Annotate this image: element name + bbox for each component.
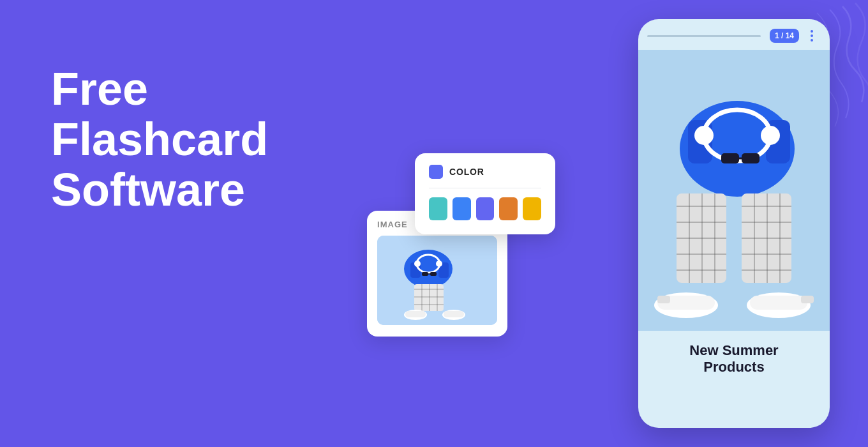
svg-point-26 (694, 126, 714, 145)
product-title-line2: Products (703, 359, 764, 375)
svg-point-5 (414, 261, 421, 267)
svg-rect-54 (801, 296, 814, 303)
svg-rect-20 (444, 311, 464, 317)
phone-menu-button[interactable] (803, 27, 821, 45)
svg-rect-8 (430, 272, 437, 276)
phone-topbar: 1 / 14 (638, 19, 830, 50)
color-picker-card: COLOR (415, 153, 555, 234)
swatch-yellow[interactable] (523, 197, 541, 220)
color-swatches (429, 197, 541, 220)
color-divider (429, 188, 541, 188)
hero-title-line1: Free Flashcard (51, 63, 268, 165)
svg-rect-19 (405, 311, 426, 317)
svg-rect-51 (657, 296, 670, 303)
menu-dot-3 (811, 39, 813, 42)
swatch-teal[interactable] (429, 197, 447, 220)
main-background: Free Flashcard Software COLOR IMAGE (0, 0, 868, 447)
color-card-header: COLOR (429, 165, 541, 179)
color-swatch-icon (429, 165, 443, 179)
image-preview (377, 236, 497, 325)
product-fashion-scene (638, 50, 830, 331)
product-title-line1: New Summer (689, 342, 778, 358)
color-card-label: COLOR (449, 167, 484, 177)
svg-rect-10 (414, 284, 444, 311)
swatch-blue[interactable] (453, 197, 471, 220)
svg-rect-7 (422, 272, 428, 276)
svg-rect-29 (742, 153, 760, 163)
swatch-indigo[interactable] (476, 197, 495, 220)
hero-title: Free Flashcard Software (51, 64, 357, 216)
phone-product-image (638, 50, 830, 331)
phone-product-info: New Summer Products (638, 331, 830, 385)
menu-dot-2 (811, 34, 813, 37)
svg-rect-28 (721, 153, 739, 163)
progress-line (647, 35, 761, 37)
svg-point-6 (436, 261, 442, 267)
hero-title-line2: Software (51, 164, 245, 215)
menu-dot-1 (811, 30, 813, 33)
phone-mockup: 1 / 14 (638, 19, 830, 428)
fashion-scene-small (377, 236, 497, 325)
svg-point-27 (761, 126, 780, 145)
svg-rect-53 (750, 296, 807, 310)
page-indicator-badge: 1 / 14 (770, 29, 799, 43)
swatch-orange[interactable] (499, 197, 518, 220)
phone-product-title: New Summer Products (651, 342, 817, 376)
